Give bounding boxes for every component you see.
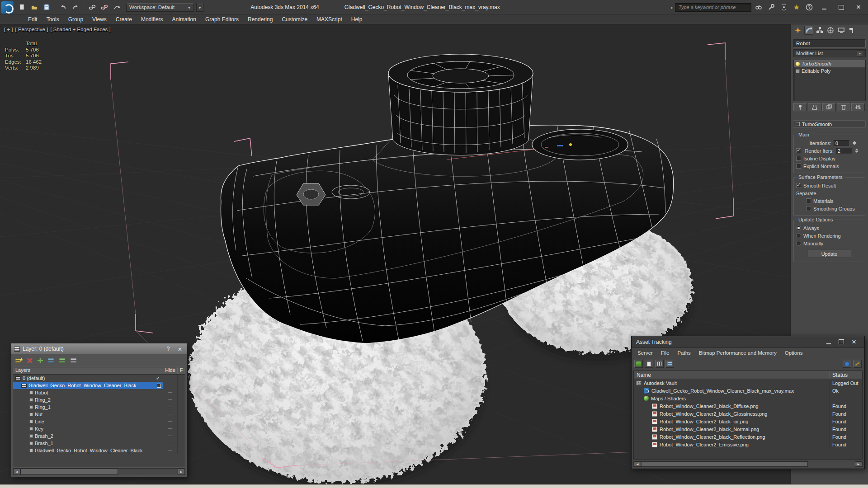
- asset-horizontal-scrollbar[interactable]: [633, 461, 863, 467]
- modifier-enabled-bulb-icon[interactable]: [796, 62, 800, 66]
- layer-row[interactable]: Brash_1: [13, 440, 185, 447]
- menu-rendering[interactable]: Rendering: [243, 14, 277, 24]
- menu-group[interactable]: Group: [64, 14, 88, 24]
- scroll-thumb[interactable]: [641, 461, 808, 467]
- materials-checkbox[interactable]: [806, 198, 811, 203]
- column-layers[interactable]: Layers: [13, 367, 163, 374]
- scroll-right-button[interactable]: [855, 461, 862, 467]
- smooth-result-checkbox[interactable]: [796, 183, 801, 188]
- select-and-link-button[interactable]: [87, 2, 98, 13]
- make-unique-button[interactable]: [822, 103, 836, 111]
- explicit-normals-checkbox[interactable]: [796, 164, 801, 169]
- asset-row-bitmap[interactable]: Robot_Window_Cleaner2_black_Diffuse.png …: [634, 402, 862, 410]
- scroll-left-button[interactable]: [13, 469, 20, 475]
- save-file-button[interactable]: [41, 2, 52, 13]
- vault-login-button[interactable]: [634, 360, 643, 368]
- menu-tools[interactable]: Tools: [42, 14, 64, 24]
- workspace-selector[interactable]: Workspace: Default: [126, 3, 194, 12]
- asset-row-bitmap[interactable]: Robot_Window_Cleaner2_black_ior.png Foun…: [634, 418, 862, 425]
- spinner-arrows[interactable]: [853, 141, 856, 145]
- maximize-button[interactable]: [834, 1, 849, 13]
- layer-row[interactable]: Gladwell_Gecko_Robot_Window_Cleaner_Blac…: [13, 447, 185, 454]
- edit-paths-button[interactable]: [853, 360, 862, 368]
- open-file-button[interactable]: [29, 2, 40, 13]
- workspace-menu-button[interactable]: [196, 3, 203, 12]
- render-iters-checkbox[interactable]: [796, 148, 801, 153]
- help-button[interactable]: [804, 2, 815, 13]
- create-new-layer-button[interactable]: [14, 357, 24, 365]
- utilities-tab[interactable]: [848, 26, 857, 35]
- menu-paths[interactable]: Paths: [673, 350, 694, 356]
- undo-button[interactable]: [58, 2, 69, 13]
- asset-row-bitmap[interactable]: Robot_Window_Cleaner2_black_Normal.png F…: [634, 425, 862, 433]
- menu-bitmap-performance[interactable]: Bitmap Performance and Memory: [695, 350, 781, 356]
- scroll-left-button[interactable]: [634, 461, 641, 467]
- close-button[interactable]: [848, 338, 860, 347]
- search-input[interactable]: [675, 3, 751, 12]
- column-hide[interactable]: Hide: [163, 367, 178, 374]
- delete-layer-button[interactable]: [26, 357, 34, 365]
- favorites-button[interactable]: [791, 2, 802, 13]
- table-view-button[interactable]: [655, 360, 664, 368]
- modify-tab[interactable]: [804, 26, 813, 35]
- column-name[interactable]: Name: [634, 371, 830, 379]
- detail-view-button[interactable]: [665, 360, 674, 368]
- update-button[interactable]: Update: [808, 250, 851, 258]
- viewport-menu-shading[interactable]: [ Shaded + Edged Faces ]: [50, 27, 110, 32]
- smoothing-groups-checkbox[interactable]: [806, 206, 811, 211]
- scroll-right-button[interactable]: [178, 469, 185, 475]
- layer-row[interactable]: Line: [13, 418, 185, 425]
- render-iters-spinner[interactable]: 2: [836, 148, 852, 154]
- asset-row-maxfile[interactable]: Gladwell_Gecko_Robot_Window_Cleaner_Blac…: [634, 387, 862, 394]
- column-f[interactable]: F: [178, 367, 185, 374]
- set-current-layer-button[interactable]: [58, 357, 67, 365]
- maximize-button[interactable]: [835, 338, 847, 347]
- asset-row-vault[interactable]: Autodesk Vault Logged Out: [634, 379, 862, 387]
- configure-modifier-sets-button[interactable]: [851, 103, 865, 111]
- refresh-list-button[interactable]: [645, 360, 653, 368]
- new-scene-button[interactable]: [17, 2, 28, 13]
- menu-modifiers[interactable]: Modifiers: [137, 14, 168, 24]
- communication-center-button[interactable]: [778, 2, 789, 13]
- menu-customize[interactable]: Customize: [277, 14, 312, 24]
- spinner-arrows[interactable]: [855, 149, 859, 153]
- asset-tracking-titlebar[interactable]: Asset Tracking: [632, 336, 864, 348]
- subscription-button[interactable]: [766, 2, 777, 13]
- dialog-help-button[interactable]: [164, 345, 172, 352]
- remove-modifier-button[interactable]: [837, 103, 850, 111]
- hierarchy-tab[interactable]: [815, 26, 824, 35]
- dialog-close-button[interactable]: [176, 345, 184, 352]
- isoline-display-checkbox[interactable]: [796, 156, 801, 161]
- menu-animation[interactable]: Animation: [168, 14, 201, 24]
- menu-file[interactable]: File: [657, 350, 674, 356]
- layers-horizontal-scrollbar[interactable]: [13, 468, 185, 475]
- menu-create[interactable]: Create: [111, 14, 137, 24]
- menu-help[interactable]: Help: [347, 14, 367, 24]
- modifier-list-dropdown[interactable]: Modifier List: [793, 49, 866, 57]
- scroll-thumb[interactable]: [20, 469, 118, 475]
- menu-views[interactable]: Views: [88, 14, 111, 24]
- layer-properties-button[interactable]: [69, 357, 78, 365]
- menu-maxscript[interactable]: MAXScript: [312, 14, 347, 24]
- display-tab[interactable]: [837, 26, 846, 35]
- motion-tab[interactable]: [826, 26, 835, 35]
- asset-help-button[interactable]: [843, 360, 851, 368]
- redo-button[interactable]: [70, 2, 81, 13]
- viewport-menu-view[interactable]: [ Perspective ]: [15, 27, 48, 32]
- asset-row-bitmap[interactable]: Robot_Window_Cleaner2_black_Reflection.p…: [634, 433, 862, 441]
- stack-item-editable-poly[interactable]: Editable Poly: [794, 67, 865, 75]
- add-to-layer-button[interactable]: [36, 357, 44, 365]
- iterations-spinner[interactable]: 0: [834, 140, 850, 146]
- bind-to-space-warp-button[interactable]: [111, 2, 122, 13]
- menu-edit[interactable]: Edit: [24, 14, 42, 24]
- layer-option-box[interactable]: [157, 384, 161, 388]
- scroll-track[interactable]: [641, 461, 855, 467]
- layer-row-selected[interactable]: Gladwell_Gecko_Robot_Window_Cleaner_Blac…: [13, 382, 185, 389]
- manually-radio[interactable]: [796, 241, 801, 246]
- scroll-track[interactable]: [20, 469, 178, 475]
- viewport-menu-plus[interactable]: [ + ]: [4, 27, 13, 32]
- asset-row-bitmap[interactable]: Robot_Window_Cleaner2_Emissive.png Found: [634, 441, 862, 448]
- layer-row[interactable]: 0 (default): [13, 375, 185, 382]
- unlink-selection-button[interactable]: [99, 2, 110, 13]
- layer-row[interactable]: Nut: [13, 411, 185, 418]
